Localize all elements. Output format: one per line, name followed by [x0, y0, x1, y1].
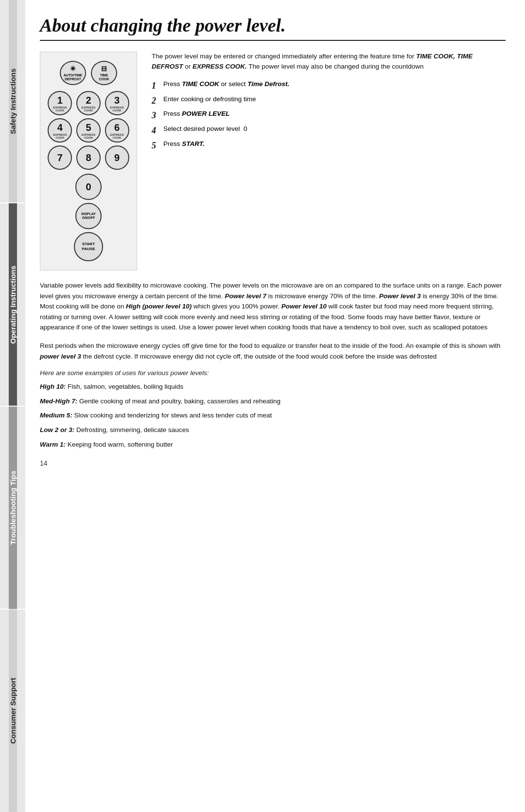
- keypad-btn-8[interactable]: 8: [76, 145, 101, 170]
- btn-6-label: EXPRESS COOK: [106, 133, 128, 139]
- keypad-number-grid: 1 EXPRESS COOK 2 EXPRESS COOK 3 EXPRESS …: [47, 91, 130, 170]
- btn-5-label: EXPRESS COOK: [77, 133, 100, 139]
- btn-1-num: 1: [57, 95, 63, 106]
- btn-4-label: EXPRESS COOK: [49, 133, 71, 139]
- sidebar-safety: Safety Instructions: [9, 0, 17, 202]
- keypad-btn-0[interactable]: 0: [75, 174, 102, 200]
- start-pause-button[interactable]: STARTPAUSE: [74, 232, 103, 261]
- step-1-text: Press TIME COOK or select Time Defrost.: [163, 79, 289, 90]
- time-cook-icon: ⊟: [101, 65, 107, 72]
- keypad-top-row: ✳ AUTO/TIME DEFROST ⊟ TIMECOOK: [60, 61, 117, 85]
- intro-paragraph: The power level may be entered or change…: [152, 52, 506, 72]
- btn-3-num: 3: [114, 95, 120, 106]
- example-medium5: Medium 5: Slow cooking and tenderizing f…: [40, 410, 506, 421]
- btn-2-label: EXPRESS COOK: [77, 106, 100, 112]
- auto-time-defrost-button[interactable]: ✳ AUTO/TIME DEFROST: [60, 61, 86, 85]
- keypad-btn-6[interactable]: 6 EXPRESS COOK: [105, 118, 129, 143]
- auto-time-icon: ✳: [70, 65, 76, 72]
- title-divider: [40, 40, 506, 41]
- step-4-num: 4: [152, 124, 160, 138]
- page-title: About changing the power level.: [40, 15, 506, 36]
- step-2-num: 2: [152, 94, 160, 108]
- btn-6-num: 6: [114, 122, 120, 133]
- step-3-text: Press POWER LEVEL: [163, 108, 230, 119]
- time-cook-button[interactable]: ⊟ TIMECOOK: [91, 61, 117, 85]
- top-section: ✳ AUTO/TIME DEFROST ⊟ TIMECOOK 1 EXPRESS…: [40, 52, 506, 271]
- step-4: 4 Select desired power level 0: [152, 124, 506, 138]
- btn-2-num: 2: [86, 95, 91, 106]
- step-5-text: Press START.: [163, 139, 205, 149]
- body-paragraph-2: Rest periods when the microwave energy c…: [40, 341, 506, 361]
- btn-9-num: 9: [114, 152, 120, 163]
- example-medhigh7: Med-High 7: Gentle cooking of meat and p…: [40, 396, 506, 407]
- start-label: STARTPAUSE: [82, 242, 95, 251]
- step-4-text: Select desired power level 0: [163, 124, 247, 134]
- keypad-btn-3[interactable]: 3 EXPRESS COOK: [105, 91, 129, 115]
- step-1: 1 Press TIME COOK or select Time Defrost…: [152, 79, 506, 93]
- display-label: DISPLAYON/OFF: [81, 212, 96, 220]
- sidebar-consumer: Consumer Support: [9, 610, 17, 812]
- keypad-btn-9[interactable]: 9: [105, 145, 129, 170]
- keypad-btn-2[interactable]: 2 EXPRESS COOK: [76, 91, 101, 115]
- keypad-btn-7[interactable]: 7: [48, 145, 72, 170]
- sidebar-troubleshooting: Troubleshooting Tips: [9, 407, 17, 609]
- keypad-btn-4[interactable]: 4 EXPRESS COOK: [48, 118, 72, 143]
- instructions-panel: The power level may be entered or change…: [152, 52, 506, 271]
- keypad-btn-5[interactable]: 5 EXPRESS COOK: [76, 118, 101, 143]
- btn-4-num: 4: [57, 122, 63, 133]
- btn-1-label: EXPRESS COOK: [49, 106, 71, 112]
- btn-5-num: 5: [86, 122, 91, 133]
- keypad-panel: ✳ AUTO/TIME DEFROST ⊟ TIMECOOK 1 EXPRESS…: [40, 52, 137, 271]
- example-high10: High 10: Fish, salmon, vegetables, boili…: [40, 381, 506, 392]
- keypad-bottom-col: 0 DISPLAYON/OFF STARTPAUSE: [74, 174, 103, 261]
- btn-7-num: 7: [57, 152, 63, 163]
- step-5-num: 5: [152, 139, 160, 153]
- examples-intro: Here are some examples of uses for vario…: [40, 369, 506, 377]
- sidebar-operating: Operating Instructions: [9, 203, 17, 406]
- step-2-text: Enter cooking or defrosting time: [163, 94, 256, 105]
- main-content: About changing the power level. ✳ AUTO/T…: [25, 0, 525, 812]
- example-warm1: Warm 1: Keeping food warm, softening but…: [40, 439, 506, 450]
- page-number: 14: [40, 459, 506, 467]
- step-5: 5 Press START.: [152, 139, 506, 153]
- step-2: 2 Enter cooking or defrosting time: [152, 94, 506, 108]
- btn-0-num: 0: [86, 181, 91, 193]
- step-1-num: 1: [152, 79, 160, 93]
- step-3-num: 3: [152, 108, 160, 123]
- auto-time-label: AUTO/TIME DEFROST: [61, 73, 85, 81]
- sidebar: Safety Instructions Operating Instructio…: [0, 0, 25, 812]
- time-cook-label: TIMECOOK: [99, 73, 109, 81]
- step-3: 3 Press POWER LEVEL: [152, 108, 506, 123]
- steps-list: 1 Press TIME COOK or select Time Defrost…: [152, 79, 506, 153]
- btn-3-label: EXPRESS COOK: [106, 106, 128, 112]
- example-low23: Low 2 or 3: Defrosting, simmering, delic…: [40, 425, 506, 435]
- display-onoff-button[interactable]: DISPLAYON/OFF: [75, 203, 102, 229]
- body-paragraph-1: Variable power levels add flexibility to…: [40, 280, 506, 333]
- keypad-btn-1[interactable]: 1 EXPRESS COOK: [48, 91, 72, 115]
- btn-8-num: 8: [86, 152, 91, 163]
